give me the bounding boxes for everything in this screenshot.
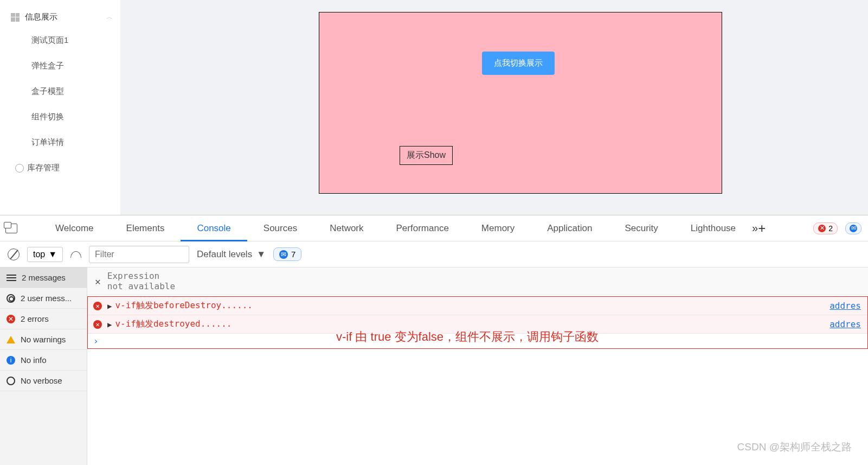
console-sidebar: 2 messages 2 user mess... ✕2 errors No w…: [0, 267, 87, 465]
side-messages[interactable]: 2 messages: [0, 267, 87, 288]
sidebar-item-test1[interactable]: 测试页面1: [0, 28, 120, 53]
console-output: ✕ Expression not available ✕ ▶ v-if触发bef…: [87, 267, 868, 465]
info-icon: i: [7, 356, 15, 365]
tab-application[interactable]: Application: [531, 215, 608, 241]
sidebar-item-orders[interactable]: 订单详情: [0, 130, 120, 155]
main-content: 点我切换展示 展示Show: [121, 0, 868, 215]
live-expression-icon[interactable]: [70, 251, 81, 258]
show-label-box: 展示Show: [400, 146, 453, 165]
side-warnings[interactable]: No warnings: [0, 329, 87, 350]
tab-performance[interactable]: Performance: [380, 215, 465, 241]
console-body: 2 messages 2 user mess... ✕2 errors No w…: [0, 267, 868, 465]
issues-badge[interactable]: ✉7: [273, 247, 301, 261]
devtools-badges: ✕2 ✉: [813, 222, 861, 234]
annotation-text: v-if 由 true 变为false，组件不展示，调用钩子函数: [336, 329, 599, 345]
sidebar-item-inventory[interactable]: 库存管理: [0, 155, 120, 181]
expression-label: Expression: [107, 271, 175, 281]
context-select[interactable]: top▼: [27, 247, 63, 262]
side-info[interactable]: iNo info: [0, 350, 87, 371]
sidebar-item-flexbox[interactable]: 弹性盒子: [0, 53, 120, 79]
info-icon: ✉: [850, 225, 857, 232]
error-icon: ✕: [93, 302, 102, 310]
sidebar-item-component[interactable]: 组件切换: [0, 104, 120, 130]
sidebar-group-header[interactable]: 信息展示 ︿: [0, 7, 120, 28]
info-count-badge[interactable]: ✉: [845, 222, 861, 234]
user-icon: [7, 294, 15, 303]
log-message: v-if触发destroyed......: [115, 319, 232, 330]
chevron-down-icon: ▼: [256, 249, 266, 260]
add-tab-icon[interactable]: +: [758, 221, 766, 236]
warning-icon: [7, 336, 15, 343]
expression-value: not available: [107, 281, 175, 291]
sidebar-header-label: 信息展示: [25, 12, 57, 22]
log-levels-select[interactable]: Default levels▼: [197, 249, 266, 260]
bug-icon: [7, 377, 15, 385]
expand-arrow-icon[interactable]: ▶: [107, 320, 112, 329]
error-icon: ✕: [93, 320, 102, 329]
app-area: 信息展示 ︿ 测试页面1 弹性盒子 盒子模型 组件切换 订单详情 库存管理 点我…: [0, 0, 868, 215]
close-icon[interactable]: ✕: [95, 276, 101, 287]
lines-icon: [7, 275, 16, 281]
error-icon: ✕: [818, 225, 826, 232]
clear-console-icon[interactable]: [8, 249, 20, 260]
console-filter-input[interactable]: [89, 246, 189, 263]
toggle-show-button[interactable]: 点我切换展示: [482, 52, 555, 75]
tab-elements[interactable]: Elements: [110, 215, 181, 241]
side-verbose[interactable]: No verbose: [0, 371, 87, 391]
tab-memory[interactable]: Memory: [465, 215, 531, 241]
log-message: v-if触发beforeDestroy......: [115, 300, 253, 311]
tab-welcome[interactable]: Welcome: [39, 215, 110, 241]
issues-icon: ✉: [279, 250, 288, 259]
log-source-link[interactable]: addres: [830, 319, 861, 329]
sidebar-item-boxmodel[interactable]: 盒子模型: [0, 79, 120, 104]
side-errors[interactable]: ✕2 errors: [0, 309, 87, 329]
error-count-badge[interactable]: ✕2: [813, 222, 838, 234]
grid-icon: [11, 13, 20, 22]
chevron-up-icon: ︿: [106, 12, 113, 22]
tab-sources[interactable]: Sources: [247, 215, 313, 241]
log-source-link[interactable]: addres: [830, 301, 861, 311]
tab-lighthouse[interactable]: Lighthouse: [674, 215, 752, 241]
devtools-tabbar: Welcome Elements Console Sources Network…: [0, 215, 868, 241]
side-user[interactable]: 2 user mess...: [0, 288, 87, 309]
demo-container: 点我切换展示 展示Show: [319, 12, 722, 194]
watermark: CSDN @架构师全栈之路: [737, 440, 852, 454]
tab-security[interactable]: Security: [608, 215, 674, 241]
expand-arrow-icon[interactable]: ▶: [107, 302, 112, 310]
console-toolbar: top▼ Default levels▼ ✉7: [0, 241, 868, 267]
expression-row: ✕ Expression not available: [87, 267, 868, 295]
sidebar: 信息展示 ︿ 测试页面1 弹性盒子 盒子模型 组件切换 订单详情 库存管理: [0, 0, 121, 215]
log-row[interactable]: ✕ ▶ v-if触发beforeDestroy...... addres: [88, 297, 867, 315]
error-icon: ✕: [7, 315, 15, 323]
tab-network[interactable]: Network: [313, 215, 380, 241]
inspect-icon[interactable]: [5, 224, 17, 233]
chevron-down-icon: ▼: [48, 250, 57, 259]
tab-console[interactable]: Console: [181, 215, 247, 241]
more-tabs-icon[interactable]: »: [752, 222, 758, 234]
